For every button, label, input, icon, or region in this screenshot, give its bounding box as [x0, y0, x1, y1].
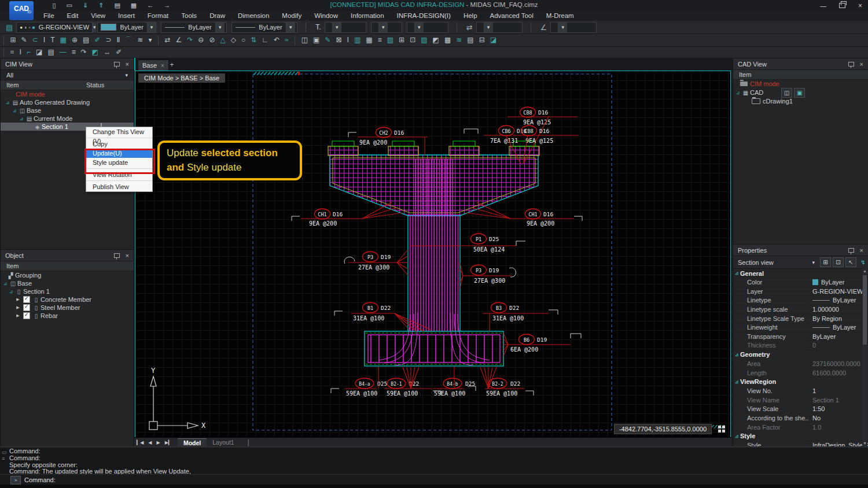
tool-icon[interactable]: ▦ — [363, 35, 375, 46]
tool-icon[interactable]: ⊟ — [476, 35, 487, 46]
chevron-down-icon[interactable]: ▾ — [147, 23, 156, 32]
minimize-button[interactable]: — — [820, 2, 826, 9]
tree-item-cdrawing1[interactable]: cDrawing1 — [733, 97, 868, 105]
prop-linetype-scale-type[interactable]: Linetype Scale TypeBy Region — [733, 314, 868, 323]
tool-icon[interactable]: ⇄ — [162, 35, 173, 46]
screen-button[interactable]: ▣ — [794, 88, 805, 98]
tool-icon[interactable]: ≋ — [454, 35, 465, 46]
tool-icon[interactable]: ⊕ — [69, 35, 80, 46]
plot-style-dropdown[interactable]: ▾ — [550, 22, 597, 33]
section-viewregion[interactable]: ViewRegion — [740, 378, 776, 385]
mleader-style-dropdown[interactable]: ▾ — [476, 22, 523, 33]
pin-icon[interactable] — [848, 248, 854, 253]
menu-insert[interactable]: Insert — [112, 11, 141, 21]
drawing-canvas[interactable]: CH2D169EA @200 CB8D169EA @125 CB6D167EA … — [135, 71, 731, 438]
command-input-row[interactable]: > Command: — [0, 474, 868, 485]
prop-layer[interactable]: LayerG-REGION-VIEW — [733, 287, 868, 297]
tool-icon[interactable]: ▨ — [418, 35, 430, 46]
linetype-dropdown[interactable]: ByLayer ▾ — [161, 22, 227, 33]
tool-icon[interactable]: ⊞ — [8, 35, 19, 46]
tool-icon[interactable]: ≋ — [135, 35, 146, 46]
tab-model[interactable]: Model — [178, 438, 207, 447]
tool-icon[interactable]: ▤ — [465, 35, 476, 46]
tool-icon[interactable]: ◫ — [299, 35, 310, 46]
command-gutter-icons[interactable]: ▭≡ — [2, 449, 9, 462]
tool-icon[interactable]: ≈ — [282, 35, 292, 46]
tool-icon[interactable]: ◇ — [228, 35, 238, 46]
cim-view-filter[interactable]: All▾ — [1, 70, 134, 80]
grid-toggle-icon[interactable] — [718, 426, 726, 433]
menu-advanced-tool[interactable]: Advanced Tool — [484, 11, 540, 21]
angle-style-icon[interactable]: ∠ — [540, 23, 547, 32]
collapsed-arrow-icon[interactable]: ▶ — [14, 305, 21, 310]
tool-icon[interactable]: ⊞ — [396, 35, 407, 46]
menu-draw[interactable]: Draw — [203, 11, 231, 21]
tool-icon[interactable]: ⊘ — [207, 35, 218, 46]
expander-icon[interactable]: ⊿ — [18, 116, 25, 121]
tool-icon[interactable]: ✎ — [19, 35, 30, 46]
tool-icon[interactable]: ◪ — [487, 35, 499, 46]
menu-file[interactable]: File — [37, 11, 61, 21]
tool-icon[interactable]: ≡ — [375, 35, 384, 46]
tool-icon[interactable]: ↔ — [101, 47, 113, 58]
menu-tools[interactable]: Tools — [175, 11, 203, 21]
prop-according-to-sheet[interactable]: According to the she...No — [733, 414, 868, 423]
menu-item-change-this-view[interactable]: Change This View (V) — [86, 127, 152, 136]
tool-icon[interactable]: ○ — [238, 35, 248, 46]
dim-arrow-icon[interactable]: ⇄ — [466, 23, 473, 32]
prop-lineweight[interactable]: LineweightByLayer — [733, 323, 868, 332]
tree-item-grouping[interactable]: ▞ Grouping — [1, 271, 134, 279]
tool-icon[interactable]: ✎ — [322, 35, 333, 46]
pin-icon[interactable] — [848, 62, 854, 66]
tool-icon[interactable]: △ — [218, 35, 228, 46]
command-prompt-icon[interactable]: > — [10, 476, 21, 485]
tool-icon[interactable]: ▤ — [45, 47, 57, 58]
object-type-selector[interactable]: Section view — [733, 259, 808, 266]
collapsed-arrow-icon[interactable]: ▶ — [14, 297, 21, 302]
tool-icon[interactable]: ⊂ — [30, 35, 41, 46]
chevron-down-icon[interactable]: ▾ — [286, 23, 295, 32]
tree-item-auto-generated-drawing[interactable]: ⊿ ▤ Auto Generated Drawing — [1, 98, 134, 106]
tool-icon[interactable]: ▤ — [80, 35, 91, 46]
menu-m-dream[interactable]: M-Dream — [540, 11, 580, 21]
chevron-down-icon[interactable]: ▾ — [215, 23, 225, 32]
dim-style-dropdown[interactable]: ▾ — [371, 22, 402, 33]
color-dropdown[interactable]: ByLayer ▾ — [97, 22, 156, 33]
table-style-dropdown[interactable]: ▾ — [407, 22, 448, 33]
menu-infra-design[interactable]: INFRA-DESIGN(I) — [391, 11, 457, 21]
close-icon[interactable]: × — [126, 61, 129, 68]
prop-view-no[interactable]: View No.1 — [733, 387, 868, 396]
next-tab-button[interactable]: ▶ — [154, 440, 162, 445]
close-icon[interactable]: × — [126, 252, 129, 259]
menu-view[interactable]: View — [84, 11, 112, 21]
tool-icon[interactable]: ▥ — [352, 35, 363, 46]
tab-close-icon[interactable]: × — [161, 62, 164, 69]
checkbox-checked[interactable] — [23, 312, 30, 319]
tool-icon[interactable]: ⌒ — [123, 35, 135, 46]
tool-icon[interactable]: = — [8, 47, 17, 58]
tab-base[interactable]: Base × — [138, 60, 169, 71]
quick-select-button[interactable]: ⊞ — [820, 257, 831, 267]
tool-icon[interactable]: ↷ — [185, 35, 196, 46]
tool-icon[interactable]: ⌐ — [24, 47, 34, 58]
first-tab-button[interactable]: ▎◀ — [134, 440, 146, 445]
tool-icon[interactable]: ◩ — [89, 47, 101, 58]
tree-item-concrete-member[interactable]: ▶ ▯ Concrete Member — [1, 295, 134, 304]
tool-icon[interactable]: ▩ — [442, 35, 453, 46]
tree-item-rebar[interactable]: ▶ ▯ Rebar — [1, 312, 134, 320]
expander-icon[interactable]: ⊿ — [8, 289, 14, 294]
menu-modify[interactable]: Modify — [275, 11, 308, 21]
viewport-button[interactable]: ◫ — [781, 88, 792, 98]
section-geometry[interactable]: Geometry — [740, 351, 770, 358]
prop-linetype[interactable]: LinetypeByLayer — [733, 296, 868, 305]
prop-linetype-scale[interactable]: Linetype scale1.000000 — [733, 305, 868, 315]
tool-icon[interactable]: ▧ — [384, 35, 396, 46]
select-objects-button[interactable]: ⊡ — [833, 257, 844, 267]
menu-item-publish-view[interactable]: Publish View — [86, 182, 152, 191]
prop-transparency[interactable]: TransparencyByLayer — [733, 332, 868, 342]
tool-icon[interactable]: ⊃ — [103, 35, 114, 46]
command-history[interactable]: ▭≡ Command: Command: Specify opposite co… — [0, 446, 868, 475]
lightning-icon[interactable]: ↯ — [858, 258, 868, 267]
menu-help[interactable]: Help — [457, 11, 484, 21]
checkbox-checked[interactable] — [23, 304, 30, 311]
